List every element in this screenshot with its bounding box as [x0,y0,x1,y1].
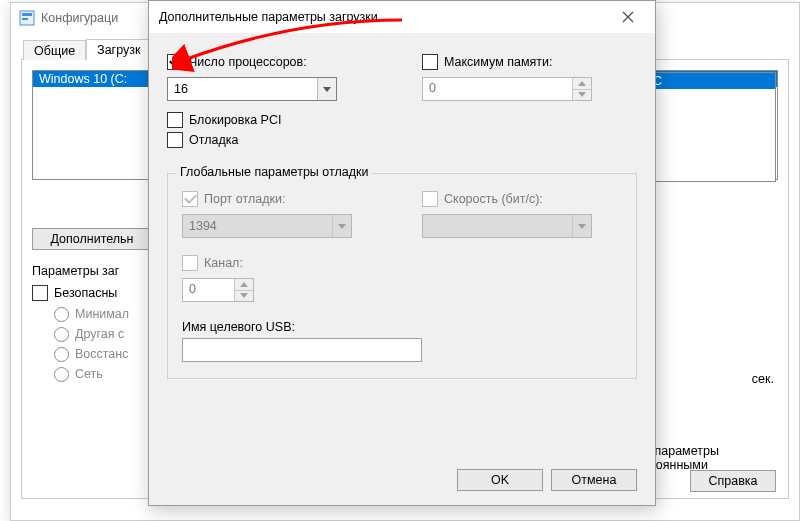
cancel-button-label: Отмена [572,473,617,487]
baud-rate-label: Скорость (бит/с): [444,190,543,208]
radio-other-shell-label: Другая с [75,324,124,344]
timeout-sec-suffix: сек. [752,372,774,386]
max-memory-label: Максимум памяти: [444,53,553,71]
tab-general-label: Общие [34,44,75,58]
debug-port-value: 1394 [183,216,332,236]
modal-body: Число процессоров: 16 Максимум памяти: 0 [149,33,655,505]
radio-minimal-label: Минимал [75,304,129,324]
debug-label: Отладка [189,131,238,149]
chevron-down-icon [332,215,351,237]
spinner-down-icon [235,290,253,302]
parent-window-title: Конфигураци [41,11,118,25]
max-memory-spinner[interactable]: 0 [422,77,592,101]
make-permanent-line1: и параметры [644,444,774,458]
svg-rect-1 [22,13,32,16]
svg-rect-2 [22,18,28,20]
ok-button[interactable]: OK [457,469,543,491]
ok-button-label: OK [491,473,509,487]
global-debug-title: Глобальные параметры отладки [176,165,372,179]
debug-port-checkbox [182,191,198,207]
spinner-up-icon [235,279,253,290]
global-debug-groupbox: Глобальные параметры отладки Порт отладк… [167,173,637,379]
chevron-down-icon [572,215,591,237]
tab-boot-label: Загрузк [97,43,140,57]
pci-lock-checkbox[interactable] [167,112,183,128]
chevron-down-icon[interactable] [317,78,336,100]
help-button-label: Справка [708,474,757,488]
safe-mode-checkbox[interactable] [32,285,48,301]
help-button[interactable]: Справка [690,470,776,492]
baud-rate-checkbox [422,191,438,207]
advanced-boot-options-dialog: Дополнительные параметры загрузки Число … [148,0,656,506]
tab-boot[interactable]: Загрузк [86,39,151,60]
modal-title-bar: Дополнительные параметры загрузки [149,1,655,33]
pci-lock-label: Блокировка PCI [189,111,281,129]
make-permanent-fragment: и параметры стоянными [644,444,774,472]
baud-rate-combo [422,214,592,238]
usb-target-input[interactable] [182,338,422,362]
max-memory-checkbox[interactable] [422,54,438,70]
radio-restore-label: Восстанс [75,344,128,364]
num-processors-combo[interactable]: 16 [167,77,337,101]
num-processors-value: 16 [168,79,317,99]
advanced-options-button[interactable]: Дополнительн [32,228,152,250]
app-icon [19,10,35,26]
radio-network[interactable] [54,367,69,382]
spinner-up-icon[interactable] [573,78,591,89]
spinner-down-icon[interactable] [573,89,591,101]
advanced-options-button-label: Дополнительн [50,232,133,246]
usb-target-label: Имя целевого USB: [182,320,622,334]
max-memory-value: 0 [423,78,572,100]
debug-checkbox[interactable] [167,132,183,148]
num-processors-label: Число процессоров: [189,53,307,71]
cancel-button[interactable]: Отмена [551,469,637,491]
close-icon[interactable] [607,3,649,31]
channel-label: Канал: [204,254,243,272]
num-processors-checkbox[interactable] [167,54,183,70]
modal-title: Дополнительные параметры загрузки [159,10,607,24]
channel-spinner: 0 [182,278,254,302]
right-os-list: C [646,72,776,182]
radio-restore[interactable] [54,347,69,362]
tab-general[interactable]: Общие [23,40,86,60]
right-os-entry[interactable]: C [647,73,775,89]
channel-value: 0 [183,279,234,301]
debug-port-combo: 1394 [182,214,352,238]
safe-mode-label: Безопасны [54,284,117,302]
channel-checkbox [182,255,198,271]
radio-minimal[interactable] [54,307,69,322]
radio-other-shell[interactable] [54,327,69,342]
radio-network-label: Сеть [75,364,103,384]
debug-port-label: Порт отладки: [204,190,285,208]
